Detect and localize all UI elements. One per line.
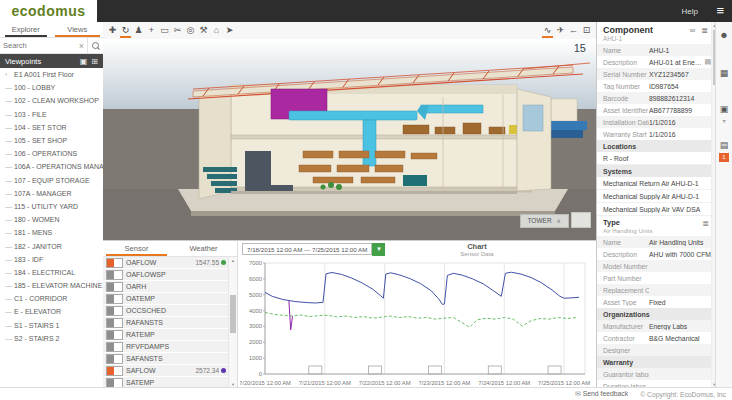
sensor-row[interactable]: OCCSCHED [103, 305, 229, 316]
tab-views[interactable]: Views [52, 22, 104, 37]
building-model[interactable] [103, 39, 596, 240]
search-icon[interactable] [87, 38, 103, 53]
back-icon[interactable]: ← [567, 23, 580, 38]
sensor-checkbox[interactable] [106, 282, 123, 292]
pointer-icon[interactable]: ➤ [223, 23, 236, 38]
walk-icon[interactable]: ♟ [132, 23, 145, 38]
pan-icon[interactable]: ✚ [106, 23, 119, 38]
sensor-row[interactable]: OARH [103, 281, 229, 292]
sensor-label: OATEMP [126, 295, 226, 302]
field-label: Asset Identifier [603, 107, 649, 114]
tower-extra-button[interactable] [571, 212, 591, 228]
sensor-row[interactable]: OAFLOWSP [103, 269, 229, 280]
component-subtitle: AHU-1 [603, 35, 711, 42]
apps-grid-icon[interactable]: ▦ [716, 68, 732, 78]
sensor-row[interactable]: OATEMP [103, 293, 229, 304]
tree-item[interactable]: —106A - OPERATIONS MANAGER [0, 160, 103, 173]
tree-item[interactable]: —E - ELEVATOR [0, 305, 103, 318]
tree-item[interactable]: —104 - SET STOR [0, 121, 103, 134]
clipboard-icon[interactable]: ▤ [716, 140, 732, 150]
viewer-settings-icon[interactable]: ⊡ [580, 23, 593, 38]
tree-item[interactable]: —103 - FILE [0, 108, 103, 121]
collapse-icon[interactable]: ▫ [716, 116, 732, 126]
focus-icon[interactable]: ◎ [184, 23, 197, 38]
scroll-up-icon[interactable]: ▲ [229, 258, 237, 263]
zoom-icon[interactable]: + [145, 23, 158, 38]
tree-item[interactable]: —115 - UTILITY YARD [0, 200, 103, 213]
home-icon[interactable]: ⌂ [210, 23, 223, 38]
tree-item[interactable]: —184 - ELECTRICAL [0, 266, 103, 279]
sensor-row[interactable]: SAFANSTS [103, 353, 229, 364]
camera-icon[interactable]: ▣ [80, 57, 88, 66]
orbit-icon[interactable]: ↻ [119, 23, 132, 38]
tree-item[interactable]: —C1 - CORRIDOR [0, 292, 103, 305]
select-window-icon[interactable]: ▭ [158, 23, 171, 38]
notification-badge[interactable]: 1 [719, 153, 729, 162]
fly-icon[interactable]: ✈ [554, 23, 567, 38]
sensor-checkbox[interactable] [106, 306, 123, 316]
profile-icon[interactable]: ☻ [716, 30, 732, 40]
sensor-checkbox[interactable] [106, 270, 123, 280]
add-folder-icon[interactable]: ⊞ [91, 57, 98, 66]
clear-search-icon[interactable]: × [76, 41, 87, 51]
tree-item[interactable]: —S2 - STAIRS 2 [0, 332, 103, 345]
tree-item-label: 185 - ELEVATOR MACHINE ROOM [14, 282, 103, 289]
tree-item[interactable]: —105 - SET SHOP [0, 134, 103, 147]
field-value: AHU-01 at Energy Labo... [649, 59, 702, 66]
tab-weather[interactable]: Weather [170, 241, 237, 256]
viewer-canvas[interactable]: 15 TOWER ∧ [103, 39, 596, 240]
sensor-scrollbar[interactable]: ▲ ▼ [228, 257, 237, 388]
tree-item[interactable]: —102 - CLEAN WORKSHOP [0, 94, 103, 107]
save-icon[interactable]: ▣ [716, 104, 732, 114]
sensor-row[interactable]: SAFLOW2572.34 [103, 365, 229, 376]
tools-icon[interactable]: ⚒ [197, 23, 210, 38]
detail-link[interactable]: Mechanical Return Air AHU-D-1 [597, 177, 717, 190]
tree-item[interactable]: —100 - LOBBY [0, 81, 103, 94]
tree-item[interactable]: ‹E1 A001 First Floor [0, 68, 103, 81]
sensor-checkbox[interactable] [106, 378, 123, 388]
date-range-caret-icon[interactable]: ▼ [372, 243, 385, 256]
sensor-row[interactable]: RATEMP [103, 329, 229, 340]
chart-mode-icon[interactable]: ∿ [541, 23, 554, 38]
field-value: Fixed [649, 299, 711, 306]
tree-item[interactable]: —181 - MENS [0, 226, 103, 239]
viewer-toolbar-left: ✚↻♟+▭✂◎⚒⌂➤ [106, 23, 236, 38]
date-range-button[interactable]: 7/18/2015 12:00 AM — 7/25/2015 12:00 AM … [242, 243, 385, 255]
detail-link[interactable]: Mechanical Supply Air VAV DSA [597, 203, 717, 216]
sensor-checkbox[interactable] [106, 258, 123, 268]
tree-item[interactable]: —180 - WOMEN [0, 213, 103, 226]
tower-button[interactable]: TOWER ∧ [520, 214, 569, 228]
list-menu-icon[interactable]: ≣ [701, 26, 708, 35]
sensor-row[interactable]: OAFLOW1547.55 [103, 257, 229, 268]
sensor-row[interactable]: RAFANSTS [103, 317, 229, 328]
sensor-checkbox[interactable] [106, 318, 123, 328]
sensor-checkbox[interactable] [106, 366, 123, 376]
viewpoints-header: Viewpoints ▣ ⊞ [0, 54, 103, 68]
link-icon[interactable]: ∞ [690, 26, 696, 35]
section-icon[interactable]: ✂ [171, 23, 184, 38]
sensor-row[interactable]: RFVFDAMPS [103, 341, 229, 352]
tree-item[interactable]: —185 - ELEVATOR MACHINE ROOM [0, 279, 103, 292]
detail-link[interactable]: R - Roof [597, 152, 717, 165]
menu-icon[interactable]: ≡ [716, 3, 724, 18]
sensor-checkbox[interactable] [106, 342, 123, 352]
tree-item[interactable]: —107 - EQUIP STORAGE [0, 174, 103, 187]
sensor-checkbox[interactable] [106, 294, 123, 304]
tree-item[interactable]: —S1 - STAIRS 1 [0, 319, 103, 332]
tree-item[interactable]: —182 - JANITOR [0, 239, 103, 252]
tab-explorer[interactable]: Explorer [0, 22, 52, 37]
tree-item[interactable]: —106 - OPERATIONS [0, 147, 103, 160]
sensor-checkbox[interactable] [106, 354, 123, 364]
section-header: Locations [597, 140, 717, 152]
send-feedback-link[interactable]: ✉Send feedback [575, 390, 628, 398]
help-link[interactable]: Help [682, 7, 698, 16]
search-input[interactable] [0, 41, 76, 50]
search-bar: × [0, 38, 103, 54]
sensor-checkbox[interactable] [106, 330, 123, 340]
scroll-thumb[interactable] [230, 295, 236, 333]
tree-item[interactable]: —107A - MANAGER [0, 187, 103, 200]
tab-sensor[interactable]: Sensor [103, 241, 170, 256]
logo[interactable]: ecodomus [0, 0, 97, 22]
detail-link[interactable]: Mechanical Supply Air AHU-D-1 [597, 190, 717, 203]
tree-item[interactable]: —183 - IDF [0, 253, 103, 266]
